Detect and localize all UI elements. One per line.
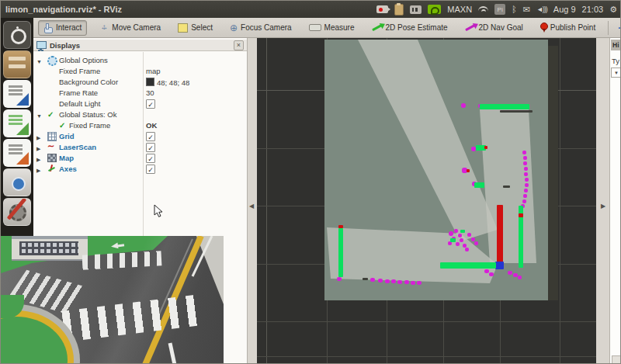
checkbox[interactable] <box>146 165 155 174</box>
tree-row-global-status[interactable]: Global Status: Ok <box>33 109 247 120</box>
wifi-icon[interactable] <box>478 6 488 13</box>
launcher-files[interactable] <box>3 50 31 78</box>
focus-camera-tool-button[interactable]: Focus Camera <box>225 21 297 35</box>
tool-label: Measure <box>324 23 355 32</box>
checkbox[interactable] <box>146 132 155 141</box>
tree-row-frame-rate[interactable]: Frame Rate 30 <box>33 88 247 99</box>
scan-marker-magenta <box>522 151 526 154</box>
row-value[interactable]: 30 <box>146 88 154 98</box>
collapse-left-arrow-icon[interactable]: ◀ <box>249 203 254 210</box>
tree-row-laserscan[interactable]: LaserScan <box>33 142 247 153</box>
scan-marker-magenta <box>391 279 396 283</box>
scan-marker-magenta <box>508 271 512 275</box>
hand-icon <box>43 23 53 33</box>
scan-marker-magenta <box>484 269 489 273</box>
render-viewport[interactable] <box>257 38 596 364</box>
nvidia-icon[interactable] <box>428 5 441 14</box>
left-splitter[interactable]: ◀ <box>248 38 257 364</box>
select-tool-button[interactable]: Select <box>173 21 217 35</box>
green-arrow-icon <box>372 24 383 31</box>
nvidia-mode-label[interactable]: MAXN <box>447 5 472 14</box>
view-type-dropdown[interactable] <box>611 68 621 78</box>
tree-row-grid[interactable]: Grid <box>33 131 247 142</box>
tree-row-default-light[interactable]: Default Light <box>33 99 247 109</box>
tree-row-axes[interactable]: Axes <box>33 164 247 175</box>
laser-scan-layer <box>257 38 596 364</box>
type-label-clipped: Ty <box>612 57 619 65</box>
row-value[interactable]: 48; 48; 48 <box>146 78 189 88</box>
launcher-software-center[interactable] <box>3 168 31 196</box>
yellow-edge-ring <box>1 310 74 364</box>
tree-row-background-color[interactable]: Background Color 48; 48; 48 <box>33 77 247 88</box>
pose-estimate-tool-button[interactable]: 2D Pose Estimate <box>367 21 453 34</box>
global-options-icon <box>47 56 57 66</box>
expand-arrow-icon[interactable] <box>36 166 40 175</box>
tree-row-map[interactable]: Map <box>33 153 247 164</box>
right-splitter[interactable]: ▶ <box>596 38 609 364</box>
tree-row-fixed-frame-status[interactable]: Fixed Frame OK <box>33 120 247 131</box>
scan-marker-magenta <box>474 241 478 245</box>
scan-marker-green <box>440 262 496 269</box>
keyboard-indicator-icon[interactable] <box>410 5 422 14</box>
tree-row-global-options[interactable]: Global Options <box>33 55 247 66</box>
scan-marker-magenta <box>522 199 526 203</box>
scan-marker-magenta <box>523 156 527 160</box>
move-camera-tool-button[interactable]: Move Camera <box>95 21 165 35</box>
tool-label: 2D Nav Goal <box>479 23 523 32</box>
map-display-icon <box>47 154 57 162</box>
volume-icon[interactable]: ◄))) <box>536 5 547 13</box>
tool-label: Focus Camera <box>241 23 292 32</box>
close-panel-button[interactable] <box>234 40 244 50</box>
clipboard-icon[interactable] <box>394 4 404 16</box>
window-title: limon_navigation.rviz* - RViz <box>5 5 122 14</box>
clock-label[interactable]: 21:03 <box>582 5 604 14</box>
checkbox[interactable] <box>146 143 155 152</box>
move-arrows-icon <box>99 23 109 33</box>
displays-panel-header[interactable]: Displays <box>33 40 247 51</box>
screen-recorder-icon[interactable] <box>376 5 388 13</box>
row-label: Default Light <box>59 99 100 109</box>
scan-marker-magenta <box>378 279 383 283</box>
model-building <box>12 236 88 261</box>
map-pin-icon <box>540 23 547 33</box>
launcher-system-settings[interactable] <box>3 198 31 226</box>
scan-marker-green <box>474 182 484 188</box>
expand-right-arrow-icon[interactable]: ▶ <box>601 203 605 210</box>
scan-marker-magenta <box>458 234 462 237</box>
views-panel-tab[interactable]: Hi <box>611 40 621 50</box>
scan-marker-red <box>484 146 487 149</box>
launcher-libreoffice-calc[interactable] <box>3 109 31 137</box>
mail-icon[interactable]: ✉ <box>523 5 530 14</box>
building-roof <box>12 236 88 239</box>
date-label[interactable]: Aug 9 <box>553 5 576 14</box>
building-windows <box>19 241 78 255</box>
nav-goal-tool-button[interactable]: 2D Nav Goal <box>460 21 528 34</box>
add-tool-button[interactable]: + <box>618 23 621 33</box>
tree-row-fixed-frame[interactable]: Fixed Frame map <box>33 66 247 77</box>
row-value[interactable]: map <box>146 67 160 76</box>
measure-tool-button[interactable]: Measure <box>304 21 359 34</box>
publish-point-tool-button[interactable]: Publish Point <box>536 20 600 35</box>
grass-left-patch <box>1 295 24 318</box>
rviz-toolbar: Interact Move Camera Select Focus Camera… <box>33 18 621 38</box>
launcher-libreoffice-impress[interactable] <box>3 139 31 167</box>
checkbox[interactable] <box>146 99 155 109</box>
interact-tool-button[interactable]: Interact <box>38 20 87 36</box>
display-name: Grid <box>59 132 75 141</box>
axes-display-icon <box>47 165 55 172</box>
scan-marker-green <box>480 104 529 109</box>
tool-label: Select <box>191 23 213 32</box>
launcher-libreoffice-writer[interactable] <box>3 80 31 108</box>
selection-box-icon <box>178 23 188 33</box>
row-label: Fixed Frame <box>59 67 100 76</box>
crosshair-icon <box>230 23 238 33</box>
checkbox[interactable] <box>146 154 155 163</box>
launcher-dash-home[interactable] <box>3 21 31 49</box>
bluetooth-icon[interactable]: ᛒ <box>512 5 517 14</box>
monitor-icon <box>36 41 47 49</box>
tool-label: 2D Pose Estimate <box>386 23 448 32</box>
row-label: Background Color <box>59 78 118 87</box>
resize-grip[interactable] <box>612 355 621 364</box>
session-gear-icon[interactable]: ⚙ <box>609 5 617 14</box>
pi-indicator[interactable]: Pi <box>494 4 505 15</box>
